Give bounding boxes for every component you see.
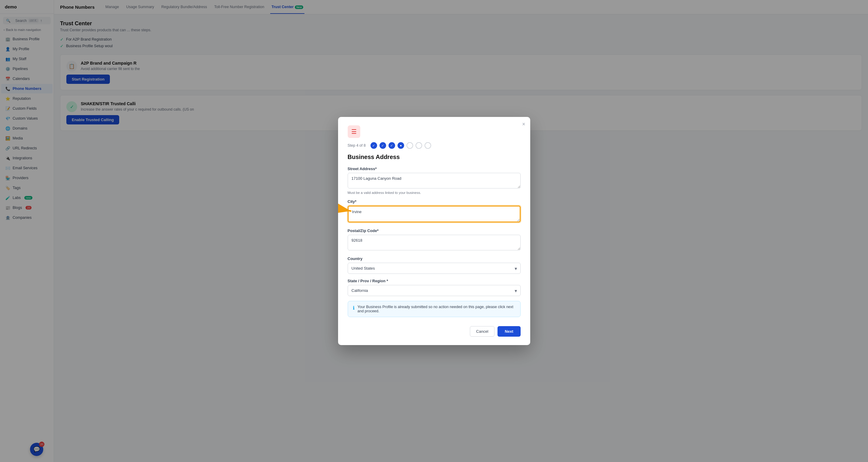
state-select[interactable]: California New York Texas: [348, 285, 521, 296]
arrow-svg: [338, 199, 357, 223]
modal-header-icon: ☰: [348, 125, 360, 138]
city-input[interactable]: [348, 206, 521, 223]
step-dot-3: ✓: [389, 142, 395, 149]
info-icon: ℹ: [353, 305, 354, 311]
cancel-button[interactable]: Cancel: [470, 326, 495, 337]
postal-code-label: Postal/Zip Code*: [348, 228, 521, 233]
step-dots: ✓✓✓●: [371, 142, 431, 149]
street-address-group: Street Address* Must be a valid address …: [348, 167, 521, 195]
info-box: ℹ Your Business Profile is already submi…: [348, 301, 521, 317]
city-group: City*: [348, 199, 521, 224]
modal-title: Business Address: [348, 153, 521, 161]
postal-code-group: Postal/Zip Code*: [348, 228, 521, 252]
postal-code-input[interactable]: [348, 235, 521, 250]
step-dot-4: ●: [398, 142, 404, 149]
street-address-input[interactable]: [348, 173, 521, 189]
modal-close-button[interactable]: ×: [522, 121, 525, 127]
step-dot-5: [406, 142, 413, 149]
modal-overlay: × ☰ Step 4 of 8 ✓✓✓● Business Address St…: [0, 0, 868, 462]
step-dot-7: [425, 142, 431, 149]
step-dot-1: ✓: [371, 142, 377, 149]
step-dot-6: [415, 142, 422, 149]
state-select-wrapper: California New York Texas: [348, 285, 521, 296]
country-select[interactable]: United States Canada United Kingdom: [348, 263, 521, 274]
country-group: Country United States Canada United King…: [348, 256, 521, 274]
street-address-hint: Must be a valid address linked to your b…: [348, 191, 521, 195]
city-label: City*: [348, 199, 521, 204]
step-label: Step 4 of 8: [348, 143, 366, 148]
step-dot-2: ✓: [379, 142, 386, 149]
info-message: Your Business Profile is already submitt…: [358, 305, 516, 313]
modal: × ☰ Step 4 of 8 ✓✓✓● Business Address St…: [338, 117, 530, 345]
next-button[interactable]: Next: [497, 326, 520, 337]
country-label: Country: [348, 256, 521, 261]
street-address-label: Street Address*: [348, 167, 521, 171]
country-select-wrapper: United States Canada United Kingdom: [348, 263, 521, 274]
step-indicator: Step 4 of 8 ✓✓✓●: [348, 142, 521, 149]
state-group: State / Prov / Region * California New Y…: [348, 279, 521, 296]
state-label: State / Prov / Region *: [348, 279, 521, 283]
arrow-annotation: [338, 199, 357, 224]
modal-footer: Cancel Next: [348, 323, 521, 337]
